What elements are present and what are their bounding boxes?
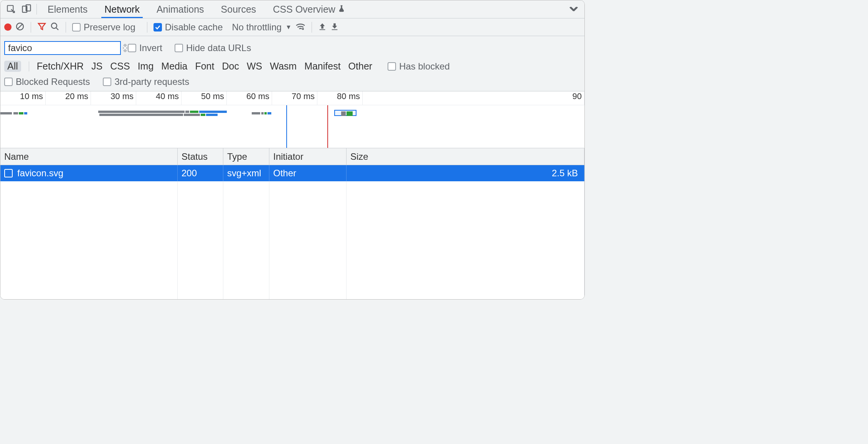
checkbox-icon bbox=[153, 23, 162, 31]
type-filter-doc[interactable]: Doc bbox=[222, 61, 239, 72]
label: Disable cache bbox=[165, 22, 223, 33]
clear-icon[interactable] bbox=[15, 22, 25, 33]
devtools-tabs: Elements Network Animations Sources CSS … bbox=[39, 0, 354, 18]
type-filter-all[interactable]: All bbox=[4, 61, 21, 72]
timeline-ticks: 10 ms 20 ms 30 ms 40 ms 50 ms 60 ms 70 m… bbox=[0, 91, 584, 105]
throttling-select[interactable]: No throttling ▼ bbox=[232, 22, 291, 33]
tick: 80 ms bbox=[317, 91, 363, 105]
type-filter-img[interactable]: Img bbox=[138, 61, 154, 72]
tick: 40 ms bbox=[136, 91, 182, 105]
cell-size: 2.5 kB bbox=[347, 165, 584, 181]
tick: 20 ms bbox=[46, 91, 91, 105]
has-blocked-toggle[interactable]: Has blocked bbox=[388, 61, 450, 72]
svg-point-5 bbox=[51, 23, 57, 28]
tab-label: CSS Overview bbox=[273, 4, 335, 15]
devtools-tabbar: Elements Network Animations Sources CSS … bbox=[0, 0, 584, 18]
blocked-requests-toggle[interactable]: Blocked Requests bbox=[4, 76, 90, 87]
separator bbox=[29, 61, 29, 71]
checkbox-icon bbox=[388, 62, 396, 71]
type-filter-ws[interactable]: WS bbox=[247, 61, 262, 72]
tick: 90 bbox=[363, 91, 584, 105]
separator bbox=[31, 22, 31, 33]
checkbox-icon bbox=[72, 23, 81, 31]
timeline-selection[interactable] bbox=[334, 110, 356, 116]
type-filter-wasm[interactable]: Wasm bbox=[270, 61, 297, 72]
separator bbox=[312, 22, 312, 33]
checkbox-icon bbox=[103, 78, 111, 86]
tick: 50 ms bbox=[182, 91, 227, 105]
svg-line-6 bbox=[56, 28, 59, 30]
domcontentloaded-marker bbox=[286, 105, 287, 148]
network-toolbar: Preserve log Disable cache No throttling… bbox=[0, 18, 584, 36]
empty-rows bbox=[0, 181, 584, 300]
label: 3rd-party requests bbox=[114, 76, 189, 87]
tab-elements[interactable]: Elements bbox=[39, 0, 96, 18]
download-har-icon[interactable] bbox=[330, 22, 339, 32]
hide-data-urls-toggle[interactable]: Hide data URLs bbox=[175, 43, 251, 53]
filter-input[interactable] bbox=[8, 43, 123, 53]
third-party-toggle[interactable]: 3rd-party requests bbox=[103, 76, 189, 87]
checkbox-icon bbox=[175, 44, 183, 52]
filter-input-wrap bbox=[4, 41, 121, 55]
type-filter-font[interactable]: Font bbox=[195, 61, 214, 72]
cell-name: favicon.svg bbox=[0, 165, 178, 181]
timeline-overview[interactable]: 10 ms 20 ms 30 ms 40 ms 50 ms 60 ms 70 m… bbox=[0, 91, 584, 148]
type-filter-fetchxhr[interactable]: Fetch/XHR bbox=[37, 61, 84, 72]
tab-css-overview[interactable]: CSS Overview bbox=[264, 0, 354, 18]
chevron-down-icon: ▼ bbox=[285, 24, 292, 31]
separator bbox=[36, 4, 37, 15]
table-row[interactable]: favicon.svg 200 svg+xml Other 2.5 kB bbox=[0, 165, 584, 181]
inspect-icon[interactable] bbox=[3, 2, 19, 17]
tick: 10 ms bbox=[0, 91, 46, 105]
label: Hide data URLs bbox=[186, 43, 251, 53]
invert-toggle[interactable]: Invert bbox=[128, 43, 162, 53]
col-status[interactable]: Status bbox=[178, 148, 223, 165]
tick: 70 ms bbox=[272, 91, 317, 105]
col-type[interactable]: Type bbox=[223, 148, 269, 165]
network-conditions-icon[interactable] bbox=[295, 22, 305, 32]
preserve-log-toggle[interactable]: Preserve log bbox=[72, 22, 135, 33]
col-size[interactable]: Size bbox=[347, 148, 584, 165]
label: Blocked Requests bbox=[16, 76, 90, 87]
svg-rect-9 bbox=[332, 29, 337, 30]
svg-point-7 bbox=[302, 28, 304, 30]
file-icon bbox=[4, 169, 13, 177]
col-initiator[interactable]: Initiator bbox=[269, 148, 347, 165]
col-name[interactable]: Name bbox=[0, 148, 178, 165]
label: Has blocked bbox=[399, 61, 450, 72]
separator bbox=[147, 22, 147, 33]
cell-type: svg+xml bbox=[223, 165, 269, 181]
filter-icon[interactable] bbox=[37, 22, 46, 33]
clear-filter-icon[interactable] bbox=[123, 44, 127, 52]
tab-sources[interactable]: Sources bbox=[213, 0, 265, 18]
cell-text: favicon.svg bbox=[17, 168, 63, 179]
filter-bar: Invert Hide data URLs All Fetch/XHR JS C… bbox=[0, 36, 584, 91]
label: Preserve log bbox=[84, 22, 135, 33]
type-filter-manifest[interactable]: Manifest bbox=[304, 61, 340, 72]
disable-cache-toggle[interactable]: Disable cache bbox=[153, 22, 223, 33]
upload-har-icon[interactable] bbox=[318, 22, 327, 32]
checkbox-icon bbox=[128, 44, 136, 52]
cell-initiator: Other bbox=[269, 165, 347, 181]
flask-icon bbox=[338, 4, 345, 15]
svg-rect-8 bbox=[319, 29, 325, 30]
record-toggle[interactable] bbox=[4, 23, 12, 31]
tick: 30 ms bbox=[91, 91, 136, 105]
cell-status: 200 bbox=[178, 165, 223, 181]
type-filter-other[interactable]: Other bbox=[348, 61, 373, 72]
checkbox-icon bbox=[4, 78, 13, 86]
tab-animations[interactable]: Animations bbox=[148, 0, 213, 18]
type-filter-js[interactable]: JS bbox=[91, 61, 102, 72]
table-header: Name Status Type Initiator Size bbox=[0, 148, 584, 165]
device-toggle-icon[interactable] bbox=[19, 2, 34, 17]
tab-network[interactable]: Network bbox=[96, 0, 148, 18]
throttling-label: No throttling bbox=[232, 22, 281, 33]
tick: 60 ms bbox=[227, 91, 272, 105]
type-filter-media[interactable]: Media bbox=[161, 61, 187, 72]
search-icon[interactable] bbox=[50, 22, 59, 33]
type-filter-css[interactable]: CSS bbox=[110, 61, 130, 72]
requests-table: Name Status Type Initiator Size favicon.… bbox=[0, 148, 584, 300]
timeline-body bbox=[0, 105, 584, 148]
more-tabs-icon[interactable] bbox=[566, 2, 581, 17]
label: Invert bbox=[139, 43, 162, 53]
